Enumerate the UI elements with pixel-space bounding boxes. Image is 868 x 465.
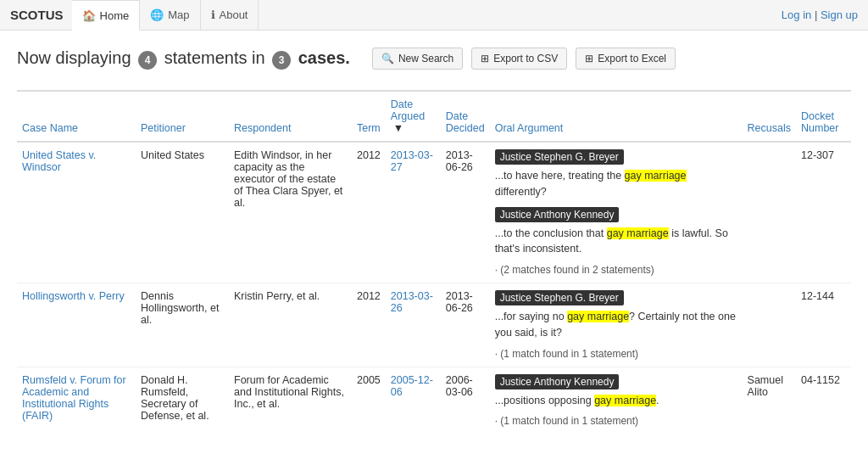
info-icon: ℹ: [211, 8, 215, 21]
col-header-petitioner: Petitioner: [136, 91, 229, 142]
statements-badge: 4: [138, 51, 157, 70]
matches-text: · (1 match found in 1 statement): [495, 415, 737, 427]
nav-label-about: About: [220, 8, 248, 21]
new-search-button[interactable]: 🔍 New Search: [372, 48, 463, 70]
new-search-label: New Search: [398, 53, 453, 64]
date-argued-link[interactable]: 2013-03-27: [391, 149, 433, 173]
petitioner-cell: Donald H. Rumsfeld, Secretary of Defense…: [136, 367, 229, 434]
date-argued-link[interactable]: 2013-03-26: [391, 290, 433, 314]
nav-item-map[interactable]: 🌐 Map: [140, 0, 200, 31]
date-argued-cell: 2005-12-06: [386, 367, 441, 434]
auth-links: Log in | Sign up: [782, 8, 858, 21]
respondent-cell: Edith Windsor, in her capacity as the ex…: [229, 142, 352, 283]
oral-argument-cell: Justice Stephen G. Breyer...to have here…: [490, 142, 743, 283]
justice-badge: Justice Anthony Kennedy: [495, 374, 620, 389]
excel-icon: ⊞: [585, 53, 593, 64]
oral-block: Justice Anthony Kennedy...to the conclus…: [495, 207, 737, 258]
justice-badge: Justice Stephen G. Breyer: [495, 290, 624, 305]
oral-argument-cell: Justice Stephen G. Breyer...for saying n…: [490, 283, 743, 367]
globe-icon: 🌐: [150, 8, 164, 21]
highlight-term: gay marriage: [567, 311, 629, 322]
middle-text: statements in: [164, 48, 265, 67]
respondent-cell: Kristin Perry, et al.: [229, 283, 352, 367]
matches-text: · (2 matches found in 2 statements): [495, 264, 737, 276]
docket-cell: 04-1152: [796, 367, 851, 434]
docket-cell: 12-144: [796, 283, 851, 367]
sort-arrow-icon: ▼: [393, 122, 403, 134]
date-decided-cell: 2013-06-26: [441, 283, 490, 367]
login-link[interactable]: Log in: [782, 8, 811, 21]
prefix-text: Now displaying: [17, 48, 131, 67]
date-decided-cell: 2006-03-06: [441, 367, 490, 434]
export-csv-button[interactable]: ⊞ Export to CSV: [471, 48, 567, 70]
term-cell: 2012: [352, 283, 386, 367]
term-cell: 2005: [352, 367, 386, 434]
justice-badge: Justice Anthony Kennedy: [495, 207, 620, 222]
petitioner-cell: United States: [136, 142, 229, 283]
nav-item-about[interactable]: ℹ About: [201, 0, 259, 31]
recusals-cell: Samuel Alito: [743, 367, 796, 434]
results-summary: Now displaying 4 statements in 3 cases.: [17, 48, 350, 70]
search-icon: 🔍: [381, 53, 394, 64]
docket-cell: 12-307: [796, 142, 851, 283]
auth-separator: |: [815, 8, 821, 21]
case-name-link[interactable]: Hollingsworth v. Perry: [22, 290, 125, 302]
col-header-docket: Docket Number: [796, 91, 851, 142]
petitioner-cell: Dennis Hollingsworth, et al.: [136, 283, 229, 367]
oral-argument-cell: Justice Anthony Kennedy...positions oppo…: [490, 367, 743, 434]
main-content: Now displaying 4 statements in 3 cases. …: [0, 31, 868, 451]
oral-text: ...for saying no gay marriage? Certainly…: [495, 309, 737, 341]
oral-block: Justice Anthony Kennedy...positions oppo…: [495, 374, 737, 409]
export-excel-button[interactable]: ⊞ Export to Excel: [576, 48, 676, 70]
export-csv-label: Export to CSV: [493, 53, 558, 64]
table-row: Rumsfeld v. Forum for Academic and Insti…: [17, 367, 851, 434]
signup-link[interactable]: Sign up: [821, 8, 858, 21]
export-excel-label: Export to Excel: [598, 53, 666, 64]
date-argued-link[interactable]: 2005-12-06: [391, 374, 433, 398]
brand: SCOTUS: [10, 8, 64, 22]
csv-icon: ⊞: [481, 53, 489, 64]
col-header-recusals: Recusals: [743, 91, 796, 142]
col-header-respondent: Respondent: [229, 91, 352, 142]
oral-text: ...to have here, treating the gay marria…: [495, 168, 737, 200]
term-cell: 2012: [352, 142, 386, 283]
highlight-term: gay marriage: [607, 227, 669, 239]
date-decided-cell: 2013-06-26: [441, 142, 490, 283]
nav-label-map: Map: [168, 8, 189, 21]
recusals-cell: [743, 142, 796, 283]
case-name-link[interactable]: Rumsfeld v. Forum for Academic and Insti…: [22, 374, 126, 422]
justice-badge: Justice Stephen G. Breyer: [495, 149, 624, 165]
home-icon: 🏠: [82, 9, 96, 22]
recusals-cell: [743, 283, 796, 367]
oral-block: Justice Stephen G. Breyer...for saying n…: [495, 290, 737, 341]
header-row: Now displaying 4 statements in 3 cases. …: [17, 48, 851, 70]
nav-item-home[interactable]: 🏠 Home: [72, 0, 141, 31]
highlight-term: gay marriage: [594, 395, 656, 406]
oral-text: ...to the conclusion that gay marriage i…: [495, 226, 737, 258]
nav-label-home: Home: [100, 9, 130, 22]
col-header-oral: Oral Argument: [490, 91, 743, 142]
table-row: Hollingsworth v. PerryDennis Hollingswor…: [17, 283, 851, 367]
table-row: United States v. WindsorUnited StatesEdi…: [17, 142, 851, 283]
oral-text: ...positions opposing gay marriage.: [495, 393, 737, 409]
navbar: SCOTUS 🏠 Home 🌐 Map ℹ About Log in | Sig…: [0, 0, 868, 31]
suffix-text: cases.: [298, 48, 350, 67]
col-header-term: Term: [352, 91, 386, 142]
date-argued-cell: 2013-03-26: [386, 283, 441, 367]
respondent-cell: Forum for Academic and Institutional Rig…: [229, 367, 352, 434]
nav-items: 🏠 Home 🌐 Map ℹ About: [72, 0, 782, 31]
results-table: Case Name Petitioner Respondent Term Dat…: [17, 90, 851, 434]
table-header-row: Case Name Petitioner Respondent Term Dat…: [17, 91, 851, 142]
highlight-term: gay marriage: [625, 170, 687, 182]
matches-text: · (1 match found in 1 statement): [495, 348, 737, 360]
cases-badge: 3: [272, 51, 291, 70]
col-header-case: Case Name: [17, 91, 136, 142]
date-argued-cell: 2013-03-27: [386, 142, 441, 283]
col-header-date-argued[interactable]: Date Argued ▼: [386, 91, 441, 142]
oral-block: Justice Stephen G. Breyer...to have here…: [495, 149, 737, 200]
case-name-link[interactable]: United States v. Windsor: [22, 149, 96, 173]
col-header-date-decided: Date Decided: [441, 91, 490, 142]
